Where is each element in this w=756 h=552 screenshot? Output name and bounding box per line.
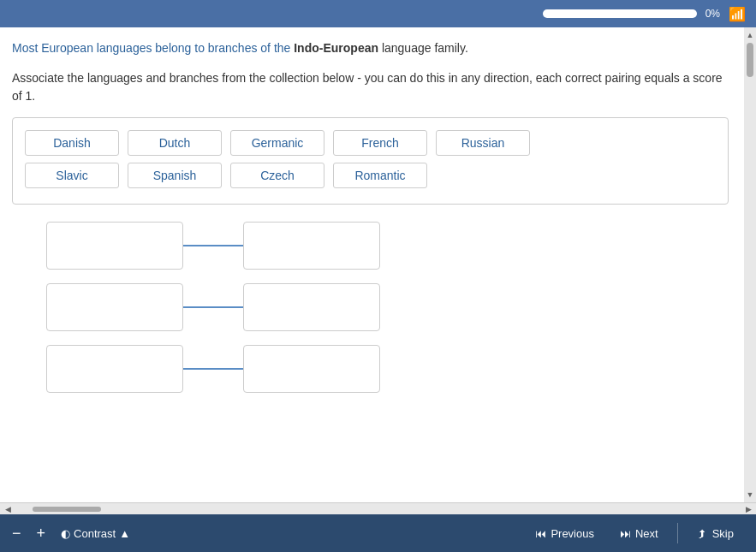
contrast-arrow-icon: ▲ [119,527,130,540]
match-connector-3 [183,368,243,370]
match-row-2 [46,283,694,331]
match-box-left-1[interactable] [46,222,183,270]
matching-area [12,222,729,393]
scrollable-area[interactable]: Most European languages belong to branch… [0,27,744,502]
match-box-left-2[interactable] [46,283,183,331]
match-box-right-1[interactable] [243,222,380,270]
match-box-left-3[interactable] [46,345,183,393]
match-connector-2 [183,306,243,308]
word-chip-danish[interactable]: Danish [25,130,119,156]
word-bank: Danish Dutch Germanic French Russian Sla… [12,117,729,205]
toolbar-divider [677,523,678,543]
zoom-in-button[interactable]: + [37,525,46,543]
match-connector-1 [183,245,243,246]
word-chip-french[interactable]: French [333,130,427,156]
word-chip-russian[interactable]: Russian [436,130,530,156]
contrast-label: Contrast [74,527,116,540]
word-chip-slavic[interactable]: Slavic [25,163,119,188]
zoom-out-icon: − [12,525,21,543]
word-chip-romantic[interactable]: Romantic [333,163,427,188]
word-chip-czech[interactable]: Czech [230,163,324,188]
previous-label: Previous [551,527,594,540]
previous-icon: ⏮ [535,527,546,540]
skip-label: Skip [712,527,734,540]
progress-label: 0% [705,8,720,20]
word-chip-dutch[interactable]: Dutch [128,130,222,156]
wifi-icon: 📶 [729,6,746,22]
next-label: Next [635,527,658,540]
instruction-text: Associate the languages and branches fro… [12,69,729,105]
scroll-thumb-h[interactable] [33,507,101,512]
match-row-1 [46,222,694,270]
progress-bar-container [543,9,697,18]
match-row-3 [46,345,694,393]
zoom-in-icon: + [37,525,46,543]
scroll-track-h [15,506,741,513]
scroll-up-button[interactable]: ▲ [744,29,756,41]
skip-button[interactable]: ⮭ Skip [687,524,744,543]
word-bank-row2: Slavic Spanish Czech Romantic [25,163,716,188]
next-icon: ⏭ [620,527,631,540]
toolbar-left: − + ◐ Contrast ▲ [12,525,130,543]
content-wrapper: Most European languages belong to branch… [0,27,756,502]
word-chip-spanish[interactable]: Spanish [128,163,222,188]
contrast-icon: ◐ [61,527,70,540]
match-box-right-2[interactable] [243,283,380,331]
next-button[interactable]: ⏭ Next [610,524,669,543]
contrast-button[interactable]: ◐ Contrast ▲ [61,527,130,540]
word-chip-germanic[interactable]: Germanic [230,130,324,156]
top-bar: 0% 📶 [0,0,756,27]
vertical-scrollbar[interactable]: ▲ ▼ [744,27,756,502]
previous-button[interactable]: ⏮ Previous [525,524,604,543]
match-box-right-3[interactable] [243,345,380,393]
word-bank-row1: Danish Dutch Germanic French Russian [25,130,716,156]
intro-text: Most European languages belong to branch… [12,39,729,57]
scroll-down-button[interactable]: ▼ [744,489,756,501]
bottom-toolbar: − + ◐ Contrast ▲ ⏮ Previous ⏭ Next ⮭ Ski… [0,514,756,552]
intro-bold: Indo-European [294,41,378,55]
zoom-out-button[interactable]: − [12,525,21,543]
scroll-left-button[interactable]: ◀ [2,505,14,513]
horizontal-scrollbar[interactable]: ◀ ▶ [0,502,756,514]
scroll-track-v [746,43,754,487]
scroll-right-button[interactable]: ▶ [742,505,754,513]
intro-suffix: language family. [378,41,468,55]
scroll-thumb-v[interactable] [747,43,753,77]
intro-prefix: Most European languages belong to branch… [12,41,294,55]
skip-icon: ⮭ [697,527,708,540]
toolbar-right: ⏮ Previous ⏭ Next ⮭ Skip [525,523,744,543]
